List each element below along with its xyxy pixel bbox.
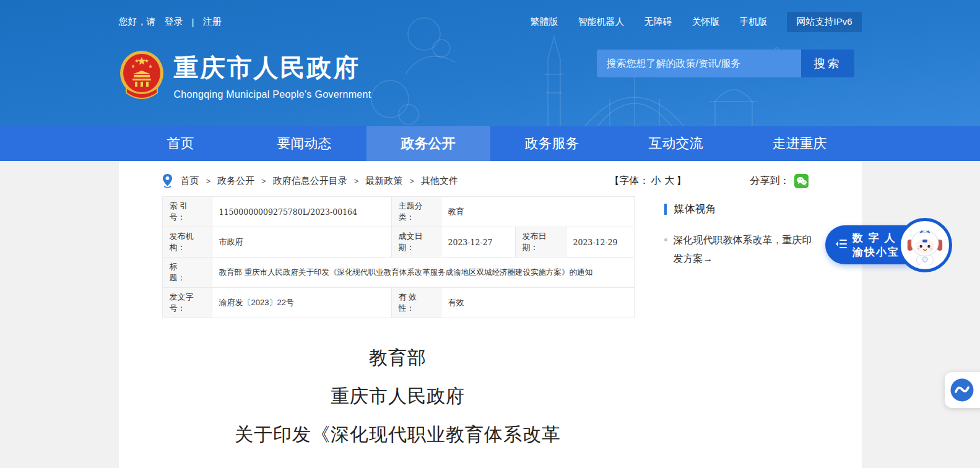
crumb-gov-disclosure[interactable]: 政务公开 <box>217 175 254 187</box>
login-register-divider: | <box>192 17 194 27</box>
section-accent-bar <box>664 204 667 215</box>
link-smart-robot[interactable]: 智能机器人 <box>578 16 624 28</box>
wechat-share-icon[interactable] <box>794 174 809 188</box>
index-number-value: 11500000009275780L/2023-00164 <box>212 197 391 227</box>
validity-label: 有 效 性： <box>391 288 441 318</box>
crumb-separator: > <box>354 176 359 186</box>
nav-item-about-chongqing[interactable]: 走进重庆 <box>738 126 862 161</box>
table-row: 发文字号： 渝府发〔2023〕22号 有 效 性： 有效 <box>162 288 634 318</box>
font-size-tools: 【字体：小大】 <box>610 175 687 188</box>
table-row: 索 引 号： 11500000009275780L/2023-00164 主题分… <box>162 197 634 227</box>
issuing-agency-value: 市政府 <box>212 227 391 258</box>
crumb-separator: > <box>206 176 211 186</box>
title-label: 标 题： <box>162 258 212 288</box>
link-ipv6[interactable]: 网站支持IPv6 <box>787 12 861 32</box>
font-size-prefix: 【字体： <box>610 175 649 186</box>
link-care-version[interactable]: 关怀版 <box>692 16 719 28</box>
assistant-label-line1: 数 字 人 <box>852 232 896 244</box>
publish-date-label: 发布日期： <box>515 227 566 258</box>
document-title-block: 教育部 重庆市人民政府 关于印发《深化现代职业教育体系改革 <box>162 347 634 462</box>
share-tools: 分享到： <box>750 174 809 188</box>
location-pin-icon <box>162 173 173 188</box>
font-size-suffix: 】 <box>677 175 687 186</box>
register-link[interactable]: 注册 <box>202 16 221 28</box>
document-title-line-2: 重庆市人民政府 <box>162 385 634 407</box>
link-traditional-chinese[interactable]: 繁體版 <box>530 16 558 28</box>
crumb-other-documents[interactable]: 其他文件 <box>421 175 458 187</box>
document-title-line-1: 教育部 <box>162 347 634 369</box>
topic-category-label: 主题分类： <box>391 197 441 227</box>
crumb-separator: > <box>409 176 414 186</box>
media-perspective-section: 媒体视角 深化现代职教体系改革，重庆印发方案→ <box>664 202 826 268</box>
topbar-links: 繁體版 智能机器人 无障碍 关怀版 手机版 网站支持IPv6 <box>530 12 861 32</box>
main-nav: 首页 要闻动态 政务公开 政务服务 互动交流 走进重庆 <box>0 126 980 161</box>
site-search: 搜索 <box>597 50 854 77</box>
header-inner: 您好，请 登录 | 注册 繁體版 智能机器人 无障碍 关怀版 手机版 网站支持I… <box>119 0 862 126</box>
main-nav-inner: 首页 要闻动态 政务公开 政务服务 互动交流 走进重庆 <box>119 126 862 161</box>
table-row: 发布机构： 市政府 成文日期： 2023-12-27 发布日期： 2023-12… <box>162 227 634 258</box>
robot-mascot-icon <box>905 225 945 265</box>
crumb-latest-policies[interactable]: 最新政策 <box>365 175 402 187</box>
topbar: 您好，请 登录 | 注册 繁體版 智能机器人 无障碍 关怀版 手机版 网站支持I… <box>119 0 862 32</box>
brand-text: 重庆市人民政府 Chongqing Municipal People's Gov… <box>174 51 371 100</box>
site-title: 重庆市人民政府 <box>174 51 371 85</box>
assistant-label-line2: 渝快小宝 <box>852 246 900 258</box>
written-date-value: 2023-12-27 <box>441 227 515 258</box>
issuing-agency-label: 发布机构： <box>162 227 212 258</box>
document-title-line-3: 关于印发《深化现代职业教育体系改革 <box>162 423 634 446</box>
font-size-small-button[interactable]: 小 <box>651 175 661 186</box>
font-size-large-button[interactable]: 大 <box>665 175 675 186</box>
nav-item-interaction[interactable]: 互动交流 <box>614 126 738 161</box>
breadcrumb: 首页 > 政务公开 > 政府信息公开目录 > 最新政策 > 其他文件 <box>162 173 458 188</box>
nav-item-home[interactable]: 首页 <box>119 126 243 161</box>
crumb-home[interactable]: 首页 <box>181 175 199 187</box>
login-link[interactable]: 登录 <box>165 16 183 28</box>
assistant-mascot-avatar[interactable] <box>898 218 952 272</box>
share-label: 分享到： <box>750 175 790 188</box>
link-mobile-version[interactable]: 手机版 <box>739 16 767 28</box>
digital-assistant-widget: 数 字 人 渝快小宝 <box>825 218 956 272</box>
crumb-separator: > <box>261 176 266 186</box>
document-info-table: 索 引 号： 11500000009275780L/2023-00164 主题分… <box>162 196 635 318</box>
breadcrumb-row: 首页 > 政务公开 > 政府信息公开目录 > 最新政策 > 其他文件 【字体：小… <box>119 161 862 188</box>
written-date-label: 成文日期： <box>391 227 441 258</box>
media-section-title: 媒体视角 <box>674 202 716 216</box>
document-number-label: 发文字号： <box>162 288 212 318</box>
nav-item-gov-services[interactable]: 政务服务 <box>490 126 614 161</box>
search-input[interactable] <box>597 50 801 77</box>
share-wave-icon <box>950 378 974 402</box>
floating-share-button[interactable] <box>945 372 980 408</box>
national-emblem-icon <box>119 49 165 102</box>
collapse-arrow-icon <box>835 239 847 251</box>
topbar-login-area: 您好，请 登录 | 注册 <box>119 16 222 28</box>
media-list-item[interactable]: 深化现代职教体系改革，重庆印发方案→ <box>664 231 818 268</box>
main-content: 首页 > 政务公开 > 政府信息公开目录 > 最新政策 > 其他文件 【字体：小… <box>119 161 862 468</box>
search-button[interactable]: 搜索 <box>801 50 854 77</box>
crumb-info-catalog[interactable]: 政府信息公开目录 <box>273 175 347 187</box>
greeting-text: 您好，请 <box>119 16 156 28</box>
site-header: 您好，请 登录 | 注册 繁體版 智能机器人 无障碍 关怀版 手机版 网站支持I… <box>0 0 980 126</box>
title-value: 教育部 重庆市人民政府关于印发《深化现代职业教育体系改革服务成渝地区双城经济圈建… <box>212 258 634 288</box>
topic-category-value: 教育 <box>441 197 634 227</box>
site-subtitle: Chongqing Municipal People's Government <box>174 89 371 100</box>
index-number-label: 索 引 号： <box>162 197 212 227</box>
media-section-header: 媒体视角 <box>664 202 826 216</box>
table-row: 标 题： 教育部 重庆市人民政府关于印发《深化现代职业教育体系改革服务成渝地区双… <box>162 258 634 288</box>
publish-date-value: 2023-12-29 <box>566 227 634 258</box>
nav-item-news[interactable]: 要闻动态 <box>243 126 366 161</box>
page-root: 您好，请 登录 | 注册 繁體版 智能机器人 无障碍 关怀版 手机版 网站支持I… <box>0 0 980 468</box>
link-accessibility[interactable]: 无障碍 <box>644 16 672 28</box>
document-number-value: 渝府发〔2023〕22号 <box>212 288 391 318</box>
validity-value: 有效 <box>441 288 634 318</box>
nav-item-gov-disclosure[interactable]: 政务公开 <box>366 126 490 161</box>
assistant-label: 数 字 人 渝快小宝 <box>852 231 900 259</box>
